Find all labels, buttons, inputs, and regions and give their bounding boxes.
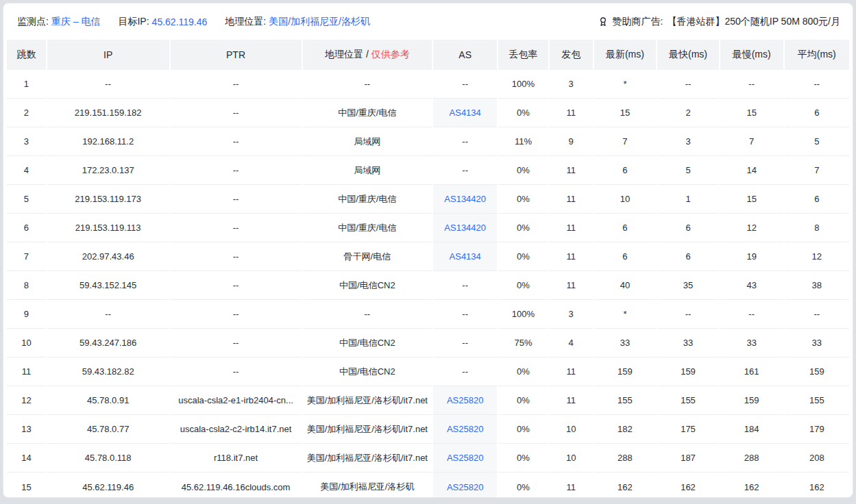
geo-location-value[interactable]: 美国/加利福尼亚/洛杉矶 xyxy=(269,16,370,28)
cell-ptr: uscala-csla2-e1-irb2404-cn... xyxy=(171,386,302,415)
cell-fastest: 159 xyxy=(657,357,718,386)
table-wrap: 跳数 IP PTR 地理位置 / 仅供参考 AS 丢包率 发包 最新(ms) 最… xyxy=(3,40,853,498)
monitor-point-value[interactable]: 重庆 – 电信 xyxy=(51,16,101,28)
target-ip-value[interactable]: 45.62.119.46 xyxy=(152,16,208,27)
cell-ptr: uscala-csla2-c2-irb14.it7.net xyxy=(171,415,302,444)
as-link[interactable]: AS134420 xyxy=(444,223,486,233)
topbar: 监测点: 重庆 – 电信 目标IP: 45.62.119.46 地理位置: 美国… xyxy=(3,3,853,40)
table-header-row: 跳数 IP PTR 地理位置 / 仅供参考 AS 丢包率 发包 最新(ms) 最… xyxy=(7,40,849,70)
cell-loss: 0% xyxy=(498,473,548,498)
cell-slowest: 15 xyxy=(720,185,783,214)
cell-hop: 5 xyxy=(7,185,46,214)
table-body: 1--------100%3*------2219.151.159.182--中… xyxy=(7,70,849,498)
cell-sent: 4 xyxy=(550,329,593,357)
cell-slowest: 43 xyxy=(720,271,783,300)
cell-loss: 0% xyxy=(498,415,548,444)
cell-ip: 45.62.119.46 xyxy=(47,473,169,498)
cell-loss: 0% xyxy=(498,271,548,300)
cell-as: -- xyxy=(433,127,497,156)
as-link[interactable]: AS25820 xyxy=(447,424,484,434)
cell-ip: 59.43.247.186 xyxy=(47,329,169,357)
cell-geo: 美国/加利福尼亚/洛杉矶/it7.net xyxy=(303,386,432,415)
cell-ip: 219.153.119.113 xyxy=(47,214,169,242)
table-row: 4172.23.0.137--局域网--0%1165147 xyxy=(7,156,849,185)
cell-fastest: 35 xyxy=(657,271,718,300)
as-link[interactable]: AS134420 xyxy=(444,194,486,204)
cell-slowest: 162 xyxy=(720,473,783,498)
cell-hop: 13 xyxy=(7,415,46,444)
cell-ptr: -- xyxy=(171,99,302,127)
cell-latest: 40 xyxy=(594,271,657,300)
cell-geo: -- xyxy=(303,70,432,99)
as-link[interactable]: AS25820 xyxy=(447,395,484,405)
cell-geo: 局域网 xyxy=(303,156,432,185)
col-header-fastest: 最快(ms) xyxy=(657,40,718,70)
as-link[interactable]: AS4134 xyxy=(450,251,481,262)
cell-slowest: 33 xyxy=(720,329,783,357)
table-row: 9--------100%3*------ xyxy=(7,300,849,329)
geo-location-label: 地理位置: xyxy=(225,16,266,28)
cell-geo: 中国/电信CN2 xyxy=(303,271,432,300)
cell-avg: 179 xyxy=(785,415,849,444)
cell-loss: 0% xyxy=(498,156,548,185)
cell-latest: 182 xyxy=(594,415,657,444)
cell-latest: 15 xyxy=(594,99,657,127)
cell-fastest: 2 xyxy=(657,99,718,127)
cell-sent: 10 xyxy=(550,444,593,473)
cell-geo: -- xyxy=(303,300,432,329)
cell-latest: 159 xyxy=(594,357,657,386)
cell-avg: 8 xyxy=(785,214,849,242)
cell-loss: 0% xyxy=(498,386,548,415)
table-row: 859.43.152.145--中国/电信CN2--0%1140354338 xyxy=(7,271,849,300)
monitor-point-label: 监测点: xyxy=(17,16,49,28)
cell-geo: 中国/电信CN2 xyxy=(303,329,432,357)
cell-hop: 1 xyxy=(7,70,46,99)
cell-ptr: -- xyxy=(171,300,302,329)
cell-slowest: -- xyxy=(720,300,783,329)
cell-slowest: 15 xyxy=(720,99,783,127)
cell-ip: 192.168.11.2 xyxy=(47,127,169,156)
cell-latest: * xyxy=(594,70,657,99)
cell-ptr: r118.it7.net xyxy=(171,444,302,473)
cell-fastest: 1 xyxy=(657,185,718,214)
cell-avg: -- xyxy=(785,70,849,99)
traceroute-panel: 监测点: 重庆 – 电信 目标IP: 45.62.119.46 地理位置: 美国… xyxy=(3,3,853,498)
cell-sent: 11 xyxy=(550,386,593,415)
table-row: 1545.62.119.4645.62.119.46.16clouds.com美… xyxy=(7,473,849,498)
cell-as: AS134420 xyxy=(433,214,497,242)
cell-sent: 11 xyxy=(550,271,593,300)
cell-latest: 10 xyxy=(594,185,657,214)
cell-as: -- xyxy=(433,300,497,329)
cell-sent: 11 xyxy=(550,214,593,242)
award-ribbon-icon xyxy=(598,16,609,27)
col-header-as: AS xyxy=(433,40,497,70)
cell-geo: 美国/加利福尼亚/洛杉矶/it7.net xyxy=(303,444,432,473)
cell-latest: 6 xyxy=(594,242,657,271)
cell-hop: 7 xyxy=(7,242,46,271)
cell-avg: 155 xyxy=(785,386,849,415)
cell-latest: 7 xyxy=(594,127,657,156)
cell-ptr: -- xyxy=(171,70,302,99)
cell-slowest: 161 xyxy=(720,357,783,386)
table-row: 5219.153.119.173--中国/重庆/电信AS1344200%1110… xyxy=(7,185,849,214)
cell-ptr: -- xyxy=(171,357,302,386)
cell-as: -- xyxy=(433,357,497,386)
sponsor-ad-link[interactable]: 【香港站群】250个随机IP 50M 800元/月 xyxy=(667,16,840,28)
as-link[interactable]: AS25820 xyxy=(447,453,484,463)
cell-ip: 45.78.0.91 xyxy=(47,386,169,415)
as-link[interactable]: AS25820 xyxy=(447,482,484,492)
table-row: 2219.151.159.182--中国/重庆/电信AS41340%111521… xyxy=(7,99,849,127)
cell-sent: 11 xyxy=(550,156,593,185)
cell-latest: 162 xyxy=(594,473,657,498)
cell-hop: 4 xyxy=(7,156,46,185)
as-link[interactable]: AS4134 xyxy=(450,108,481,118)
cell-as: AS25820 xyxy=(433,473,497,498)
cell-geo: 美国/加利福尼亚/洛杉矶/it7.net xyxy=(303,415,432,444)
col-header-geo: 地理位置 / 仅供参考 xyxy=(303,40,432,70)
cell-loss: 0% xyxy=(498,444,548,473)
cell-hop: 14 xyxy=(7,444,46,473)
cell-ptr: -- xyxy=(171,329,302,357)
cell-latest: 155 xyxy=(594,386,657,415)
cell-geo: 骨干网/电信 xyxy=(303,242,432,271)
col-header-sent: 发包 xyxy=(550,40,593,70)
